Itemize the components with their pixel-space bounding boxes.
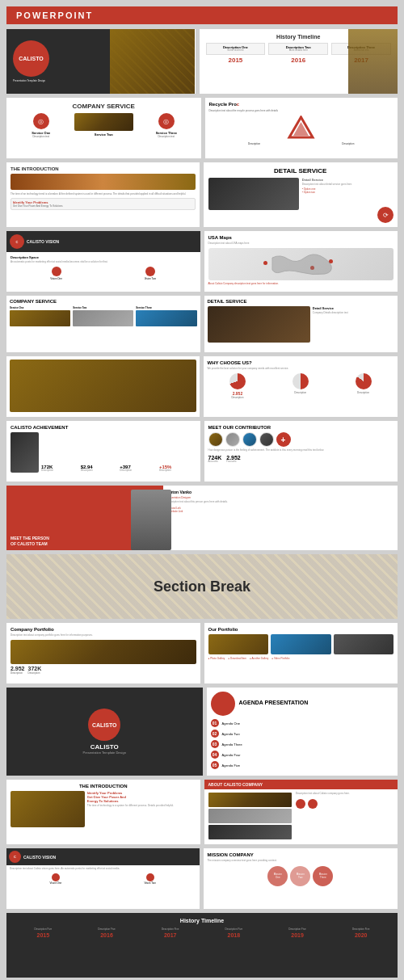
agenda-circle-icon (211, 692, 235, 716)
intro2-body: The time of technology is a system for d… (87, 805, 196, 808)
slide-about-calisto[interactable]: ABOUT CALISTO COMPANY Description text a… (204, 780, 398, 844)
intro2-subtitle: Identify Your ProblemsGet Give Your Powe… (87, 791, 196, 803)
detail-info: Detail Service Description text about de… (302, 178, 393, 210)
cv2-label-1: Vision One (10, 881, 102, 885)
service-icon-1: ◎ (33, 113, 49, 129)
ach-stats-grid: 172K Description $2.94 Description +397 … (41, 465, 196, 473)
recycle-symbol (209, 116, 394, 140)
mission-circle-3: MissionThree (313, 866, 333, 886)
slide-achievement[interactable]: CALISTO ACHIEVEMENT 172K Description $2.… (6, 421, 200, 482)
slide-company-service[interactable]: COMPANY SERVICE ◎ Service One Descriptio… (6, 98, 201, 158)
intro-image-bar (11, 174, 196, 190)
row-13: C CALISTO VISION Description text about … (6, 848, 398, 909)
h2-desc-2: Description Five (75, 927, 139, 931)
service-icon-symbol-1: ◎ (38, 118, 44, 125)
slide-history2[interactable]: History Timeline Description Five 2015 D… (6, 913, 398, 978)
mission-circles: MissionOne MissionTwo MissionThree (208, 866, 394, 886)
si-title-2: Service Two (74, 132, 134, 137)
port-title: Company Portfolio (11, 627, 196, 632)
t-text-1: Some text here (208, 49, 263, 53)
ach-stat-3: +397 Description (120, 465, 157, 473)
agenda-item-3: 03 Agenda Three (211, 740, 394, 748)
about-body: Description text about Calisto company g… (296, 793, 393, 796)
agenda-num-2: 02 (211, 730, 219, 738)
vision-label-2: Vision Two (145, 277, 156, 280)
slide-our-portfolio[interactable]: Our Portfolio ● Photo Gallery ● Download… (204, 623, 398, 683)
slide-calisto-vision-2[interactable]: C CALISTO VISION Description text about … (6, 848, 200, 909)
detail-s-img (208, 306, 310, 343)
slide-title[interactable]: CALISTO Presentation Template Design (6, 29, 196, 94)
logo-text: CALISTO (19, 56, 44, 61)
contrib-label-2: Favourite (226, 461, 241, 464)
slide-contributor[interactable]: MEET OUR CONTRIBUTOR + How dangerous poi… (204, 421, 398, 482)
vision-title: CALISTO VISION (27, 239, 59, 244)
intro-give: Get Give Your Power And Energy To Soluti… (13, 204, 193, 208)
ach-stat-4: +15% Description (159, 465, 196, 473)
ps-label-1: Description (11, 671, 25, 675)
t-box-1: Description One Some text here (206, 43, 266, 55)
row-5: COMPANY SERVICE Service One Service Two … (6, 296, 398, 352)
h2-item-5: Description Five 2019 (266, 927, 330, 938)
agenda-num-5: 05 (211, 761, 219, 769)
op-link-4[interactable]: ● Video Portfolio (271, 657, 289, 660)
service-icon-3: ◎ (158, 113, 175, 129)
op-link-3[interactable]: ● Another Gallery (250, 657, 268, 660)
about-text: Description text about Calisto company g… (296, 793, 393, 839)
contrib-title: MEET OUR CONTRIBUTOR (208, 425, 394, 430)
detail-image (208, 178, 299, 210)
op-link-2[interactable]: ● Download Item (228, 657, 246, 660)
h2-year-1: 2015 (11, 932, 75, 938)
row-4: C CALISTO VISION Description Space An au… (6, 231, 398, 292)
recycle-desc: Description text about the recycle proce… (209, 109, 394, 112)
recycle-label-1: Description (248, 142, 260, 145)
about-content: Description text about Calisto company g… (208, 793, 394, 839)
slide-why-choose[interactable]: WHY CHOOSE US? We provide the best solut… (204, 356, 398, 417)
slide-company-service-small[interactable]: COMPANY SERVICE Service One Service Two … (6, 296, 200, 352)
mission-label-3: MissionThree (319, 873, 327, 879)
slide-usa-maps[interactable]: USA Maps Description text about USA maps… (204, 231, 398, 292)
why-stat-3: Description (333, 373, 393, 399)
intro-box: Identify Your Problems Get Give Your Pow… (11, 198, 196, 210)
slide-detail-service[interactable]: DETAIL SERVICE Detail Service Descriptio… (204, 162, 398, 227)
mission-label-2: MissionTwo (297, 873, 305, 879)
slide-mission[interactable]: MISSION COMPANY The mission company over… (204, 848, 398, 909)
op-link-1[interactable]: ● Photo Gallery (208, 657, 225, 660)
detail-s-title: DETAIL SERVICE (208, 299, 395, 304)
slide-company-portfolio[interactable]: Company Portfolio Description text about… (6, 623, 200, 683)
h2-year-6: 2020 (329, 932, 393, 938)
cv2-icon-1 (52, 873, 60, 881)
cs-small-row: Service One Service Two Service Three (10, 306, 197, 328)
slide-history[interactable]: History Timeline Description One Some te… (200, 29, 398, 94)
person-content: Anton Vanko Presentation Designer Descri… (163, 486, 398, 550)
slide-calisto-vision[interactable]: C CALISTO VISION Description Space An au… (6, 231, 200, 292)
agenda-item-1: 01 Agenda One (211, 719, 394, 727)
avatar-add[interactable]: + (276, 432, 291, 447)
cv2-items: Vision One Vision Two (10, 873, 196, 885)
agenda-num-3: 03 (211, 740, 219, 748)
row-7: CALISTO ACHIEVEMENT 172K Description $2.… (6, 421, 398, 482)
slide-calisto-dark[interactable]: CALISTO CALISTO Presentation Template De… (6, 688, 203, 776)
person-role: Presentation Designer (167, 496, 393, 499)
slide-photo-right[interactable] (6, 356, 200, 417)
slide-intro-2[interactable]: THE INTRODUCTION Identify Your ProblemsG… (6, 780, 200, 844)
cv2-logo-text: C (14, 855, 16, 859)
intro-title: THE INTRODUCTION (11, 166, 196, 171)
row-3: THE INTRODUCTION The time of an technolo… (6, 162, 398, 227)
contrib-avatars: + (208, 432, 394, 447)
about-title: ABOUT CALISTO COMPANY (208, 782, 263, 787)
vision-subtitle: Description Space (11, 255, 196, 259)
map-title: USA Maps (208, 235, 394, 240)
avatar-3 (242, 432, 257, 447)
slide-person-team[interactable]: MEET THE PERSONOF CALISTO TEAM Anton Van… (6, 486, 398, 550)
why-circle-2 (292, 373, 309, 389)
agenda-list: 01 Agenda One 02 Agenda Two 03 Agenda Th… (211, 719, 394, 769)
add-icon: + (281, 435, 286, 444)
vision-items: Vision One Vision Two (11, 267, 196, 280)
logo-badge: CALISTO (13, 40, 49, 77)
slide-introduction[interactable]: THE INTRODUCTION The time of an technolo… (6, 162, 200, 227)
slide-detail-service-small[interactable]: DETAIL SERVICE Detail Service Company De… (204, 296, 398, 352)
slide-recycle[interactable]: Recycle Proc Description text about the … (205, 98, 398, 158)
detail-s-info: Detail Service Company Details descripti… (313, 306, 394, 343)
slide-section-break[interactable]: Section Break (6, 554, 398, 619)
slide-agenda[interactable]: AGENDA PRESENTATION 01 Agenda One 02 Age… (207, 688, 398, 776)
